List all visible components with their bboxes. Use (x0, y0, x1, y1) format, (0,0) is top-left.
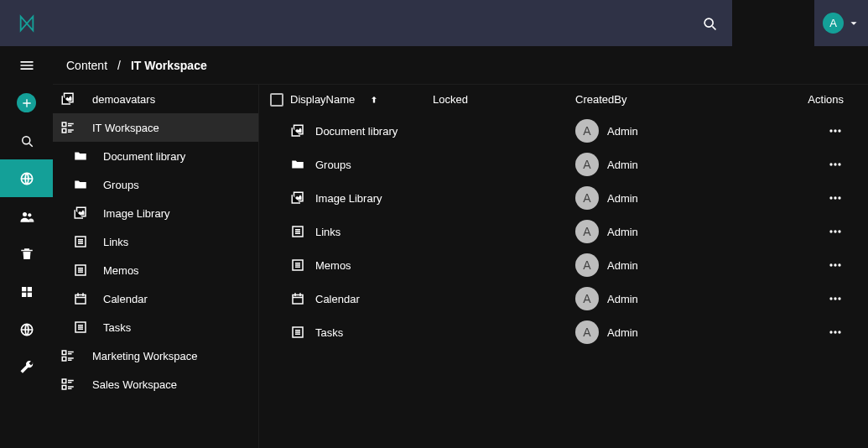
column-header-locked[interactable]: Locked (433, 93, 575, 106)
avatar: A (575, 153, 599, 176)
rail-settings-button[interactable] (0, 348, 53, 386)
row-actions-button[interactable] (827, 290, 844, 307)
folder-icon (290, 157, 305, 172)
tree-item[interactable]: Memos (53, 256, 258, 284)
row-actions-button[interactable] (827, 324, 844, 341)
tree-item[interactable]: Marketing Workspace (53, 341, 258, 370)
list-icon (290, 224, 305, 239)
column-header-actions: Actions (768, 93, 864, 106)
tree-item-label: Memos (103, 264, 139, 277)
avatar: A (575, 320, 599, 344)
grid-icon (19, 284, 34, 300)
col-label: Actions (808, 93, 844, 106)
sort-asc-icon (368, 94, 380, 106)
tree-item[interactable]: demoavatars (53, 85, 258, 113)
tree-item-label: Marketing Workspace (92, 350, 197, 362)
rail-users-button[interactable] (0, 197, 53, 235)
workspace-icon (59, 118, 77, 137)
tree-item-label: Links (103, 236, 128, 248)
breadcrumb-separator: / (107, 59, 131, 72)
tree-item[interactable]: Sales Workspace (53, 370, 258, 399)
row-createdby: Admin (607, 125, 638, 138)
workspace-icon (59, 375, 77, 393)
tree-item-label: demoavatars (92, 93, 155, 106)
row-name-cell: Groups (290, 157, 433, 172)
row-actions-cell (768, 190, 864, 206)
list-icon (290, 325, 305, 340)
tree-item-label: Document library (103, 150, 185, 163)
tree-item-label: IT Workspace (92, 122, 159, 134)
breadcrumb-root[interactable]: Content (66, 59, 107, 72)
list-icon (71, 232, 90, 251)
table-row[interactable]: MemosAAdmin (263, 248, 864, 282)
wrench-icon (18, 359, 35, 376)
user-menu[interactable]: A (814, 0, 868, 46)
more-horiz-icon (827, 156, 844, 173)
image-collection-icon (290, 123, 305, 138)
rail-search-button[interactable] (0, 122, 53, 159)
table-row[interactable]: TasksAAdmin (263, 315, 864, 349)
more-horiz-icon (827, 290, 844, 307)
row-actions-button[interactable] (827, 223, 844, 240)
more-horiz-icon (827, 324, 844, 341)
tree-item[interactable]: Groups (53, 170, 258, 199)
row-name-cell: Document library (290, 123, 433, 138)
tree-item[interactable]: Links (53, 227, 258, 256)
tree-item[interactable]: Document library (53, 142, 258, 170)
more-horiz-icon (827, 223, 844, 240)
row-createdby: Admin (607, 226, 638, 238)
table-row[interactable]: LinksAAdmin (263, 215, 864, 248)
checkbox-icon (270, 93, 283, 107)
breadcrumb: Content / IT Workspace (53, 46, 868, 84)
logo-area[interactable] (0, 0, 53, 46)
calendar-icon (71, 289, 90, 308)
row-actions-button[interactable] (827, 156, 844, 173)
search-icon (701, 15, 718, 32)
row-createdby: Admin (607, 159, 638, 171)
table-row[interactable]: CalendarAAdmin (263, 282, 864, 315)
tree-item[interactable]: Tasks (53, 313, 258, 341)
row-displayname: Calendar (315, 293, 360, 305)
column-header-createdby[interactable]: CreatedBy (575, 93, 768, 106)
tree-item[interactable]: Calendar (53, 284, 258, 313)
image-collection-icon (71, 204, 90, 222)
row-actions-button[interactable] (827, 122, 844, 139)
row-actions-button[interactable] (827, 257, 844, 273)
rail-apps-button[interactable] (0, 273, 53, 310)
content-grid: DisplayName Locked CreatedBy Actions Doc… (259, 85, 868, 448)
more-horiz-icon (827, 190, 844, 206)
menu-toggle-button[interactable] (0, 46, 53, 84)
select-all-cell[interactable] (263, 93, 290, 107)
avatar: A (575, 220, 599, 243)
add-button[interactable] (0, 84, 53, 122)
rail-content-button[interactable] (0, 159, 53, 197)
folder-icon (71, 175, 90, 194)
row-displayname: Links (315, 226, 340, 238)
logo-icon (18, 14, 36, 33)
row-actions-cell (768, 223, 864, 240)
column-header-displayname[interactable]: DisplayName (290, 93, 433, 106)
tree-item-label: Tasks (103, 321, 131, 334)
col-label: Locked (433, 93, 468, 106)
row-createdby: Admin (607, 192, 638, 205)
table-row[interactable]: GroupsAAdmin (263, 148, 864, 181)
tree-item-label: Image Library (103, 207, 169, 220)
row-displayname: Tasks (315, 326, 343, 339)
list-icon (71, 318, 90, 336)
avatar: A (575, 253, 599, 277)
table-row[interactable]: Image LibraryAAdmin (263, 181, 864, 215)
row-actions-cell (768, 122, 864, 139)
tree-item[interactable]: Image Library (53, 199, 258, 227)
rail-localization-button[interactable] (0, 310, 53, 348)
global-search-button[interactable] (686, 0, 732, 46)
row-actions-button[interactable] (827, 190, 844, 206)
more-horiz-icon (827, 122, 844, 139)
tree-item[interactable]: IT Workspace (53, 113, 258, 142)
row-createdby-cell: AAdmin (575, 253, 768, 277)
rail-trash-button[interactable] (0, 235, 53, 273)
col-label: CreatedBy (575, 93, 626, 106)
row-name-cell: Image Library (290, 190, 433, 206)
row-createdby-cell: AAdmin (575, 153, 768, 176)
table-row[interactable]: Document libraryAAdmin (263, 114, 864, 148)
image-collection-icon (59, 90, 77, 108)
